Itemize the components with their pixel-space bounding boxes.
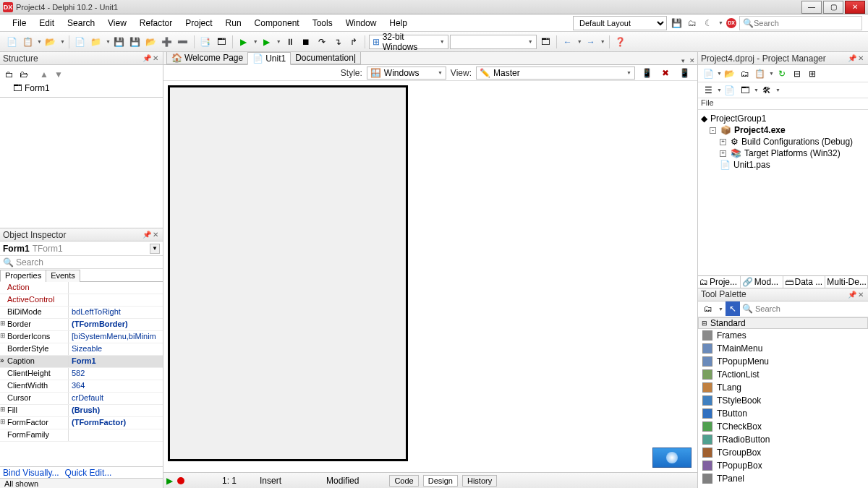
pm-tb2-form-icon[interactable]: 🗔 [738, 83, 752, 98]
struct-collapse-icon[interactable]: 🗁 [17, 68, 30, 81]
close-icon[interactable]: ✕ [856, 290, 865, 299]
help-icon[interactable]: ❓ [613, 35, 628, 49]
tab-properties[interactable]: Properties [0, 270, 46, 282]
property-value[interactable] [69, 282, 163, 294]
close-button[interactable]: ✕ [845, 1, 865, 14]
property-row[interactable]: FormFamily [0, 429, 163, 442]
palette-item[interactable]: TMainMenu [698, 342, 868, 355]
dx-badge-icon[interactable]: DX [726, 18, 736, 28]
property-value[interactable]: bdLeftToRight [69, 307, 163, 318]
menu-help[interactable]: Help [383, 16, 414, 30]
property-row[interactable]: CursorcrDefault [0, 393, 163, 405]
palette-item[interactable]: TPopupMenu [698, 355, 868, 368]
run-no-debug-icon[interactable]: ▶ [260, 35, 274, 49]
chevron-down-icon[interactable]: ▼ [253, 39, 258, 44]
macro-record-icon[interactable] [177, 477, 184, 484]
pm-tb2-list-icon[interactable]: ☰ [701, 83, 715, 98]
menu-project[interactable]: Project [179, 16, 218, 30]
tp-pointer-icon[interactable]: ↖ [726, 301, 740, 316]
menu-refactor[interactable]: Refactor [133, 16, 179, 30]
maximize-button[interactable]: ▢ [823, 1, 843, 14]
property-value[interactable] [69, 429, 163, 441]
tab-documentation[interactable]: Documentation| [290, 52, 361, 64]
quick-edit-link[interactable]: Quick Edit... [65, 468, 112, 478]
property-row[interactable]: Fill(Brush) [0, 405, 163, 417]
property-value[interactable]: Sizeable [69, 343, 163, 355]
pin-icon[interactable]: 📌 [142, 231, 151, 239]
pm-tb2-file-icon[interactable]: 📄 [723, 83, 737, 98]
step-over-icon[interactable]: ↷ [315, 35, 329, 49]
run-icon[interactable]: ▶ [237, 35, 251, 49]
layout-dropdown[interactable]: Default Layout [573, 16, 667, 30]
property-row[interactable]: BorderIcons[biSystemMenu,biMinim [0, 331, 163, 343]
chevron-down-icon[interactable]: ▼ [106, 39, 111, 44]
pm-tree-node[interactable]: -📦Project4.exe [701, 124, 865, 136]
pm-expand-icon[interactable]: ⊟ [790, 67, 804, 81]
chevron-down-icon[interactable]: ▼ [276, 39, 281, 44]
property-value[interactable]: 582 [69, 368, 163, 380]
property-row[interactable]: FormFactor(TFormFactor) [0, 417, 163, 429]
tab-code[interactable]: Code [389, 475, 418, 487]
pm-collapse-icon[interactable]: ⊞ [805, 67, 820, 81]
property-value[interactable]: 364 [69, 380, 163, 392]
palette-item[interactable]: TGroupBox [698, 446, 868, 459]
palette-item[interactable]: TActionList [698, 368, 868, 381]
pm-tb2-tools-icon[interactable]: 🛠 [760, 83, 774, 98]
palette-item[interactable]: TPopupBox [698, 459, 868, 472]
tab-multidev[interactable]: Multi-De... [825, 276, 868, 288]
pm-tree-node[interactable]: 📄Unit1.pas [701, 159, 865, 171]
structure-root-node[interactable]: 🗔 Form1 [3, 82, 160, 94]
menu-file[interactable]: File [6, 16, 33, 30]
property-row[interactable]: ActiveControl [0, 294, 163, 307]
device-dropdown[interactable]: ▼ [450, 35, 537, 49]
pm-tree-node[interactable]: +📚Target Platforms (Win32) [701, 147, 865, 159]
pm-sort-icon[interactable]: 📋 [753, 67, 767, 81]
chevron-down-icon[interactable]: ▼ [600, 39, 605, 44]
property-value[interactable]: crDefault [69, 393, 163, 404]
open-file-icon[interactable]: 📁 [89, 35, 103, 49]
struct-expand-icon[interactable]: 🗀 [3, 68, 16, 81]
property-value[interactable]: (Brush) [69, 405, 163, 416]
stop-icon[interactable]: ⏹ [299, 35, 313, 49]
tab-menu-icon[interactable]: ▾ [679, 57, 687, 64]
property-row[interactable]: ClientHeight582 [0, 368, 163, 380]
oi-search[interactable]: 🔍 Search [0, 256, 163, 269]
tab-project[interactable]: 🗂Proje... [698, 276, 741, 288]
copy-icon[interactable]: 📄 [4, 35, 19, 49]
palette-item[interactable]: TButton [698, 407, 868, 420]
chevron-down-icon[interactable]: ▼ [60, 39, 65, 44]
pm-add-icon[interactable]: 📄 [701, 67, 715, 81]
chevron-down-icon[interactable]: ▼ [577, 39, 582, 44]
windows-preview-thumb[interactable] [652, 448, 692, 468]
tab-data[interactable]: 🗃Data ... [783, 276, 826, 288]
view-dropdown[interactable]: ✏️ Master ▼ [476, 67, 635, 80]
ide-search[interactable]: 🔍 [739, 16, 862, 30]
palette-item[interactable]: TCheckBox [698, 420, 868, 433]
chevron-down-icon[interactable]: ▼ [718, 20, 723, 25]
flip-icon[interactable]: 📱 [639, 66, 654, 80]
pin-icon[interactable]: 📌 [848, 54, 856, 63]
struct-up-icon[interactable]: ▲ [38, 68, 51, 81]
property-row[interactable]: BiDiModebdLeftToRight [0, 307, 163, 319]
tp-search-input[interactable] [755, 304, 865, 313]
tab-design[interactable]: Design [423, 475, 458, 487]
moon-icon[interactable]: ☾ [702, 17, 715, 30]
pm-tree-node[interactable]: +⚙Build Configurations (Debug) [701, 136, 865, 147]
tab-unit1[interactable]: 📄Unit1 [247, 52, 291, 65]
pm-view-icon[interactable]: 🗂 [738, 67, 752, 81]
menu-window[interactable]: Window [339, 16, 383, 30]
chevron-down-icon[interactable]: ▼ [37, 39, 42, 44]
minimize-button[interactable]: — [801, 1, 822, 14]
palette-item[interactable]: Frames [698, 329, 868, 342]
back-icon[interactable]: ← [561, 35, 575, 49]
pm-sync-icon[interactable]: ↻ [775, 67, 789, 81]
bind-visually-link[interactable]: Bind Visually... [3, 468, 59, 478]
pin-icon[interactable]: 📌 [848, 290, 856, 299]
property-value[interactable]: Form1 [69, 356, 163, 367]
paste-icon[interactable]: 📋 [20, 35, 35, 49]
pm-tree-node[interactable]: ◆ProjectGroup1 [701, 113, 865, 124]
view-form-icon[interactable]: 🗔 [214, 35, 229, 49]
property-row[interactable]: ClientWidth364 [0, 380, 163, 393]
tp-category[interactable]: ⊟ Standard [698, 317, 868, 329]
pause-icon[interactable]: ⏸ [283, 35, 297, 49]
